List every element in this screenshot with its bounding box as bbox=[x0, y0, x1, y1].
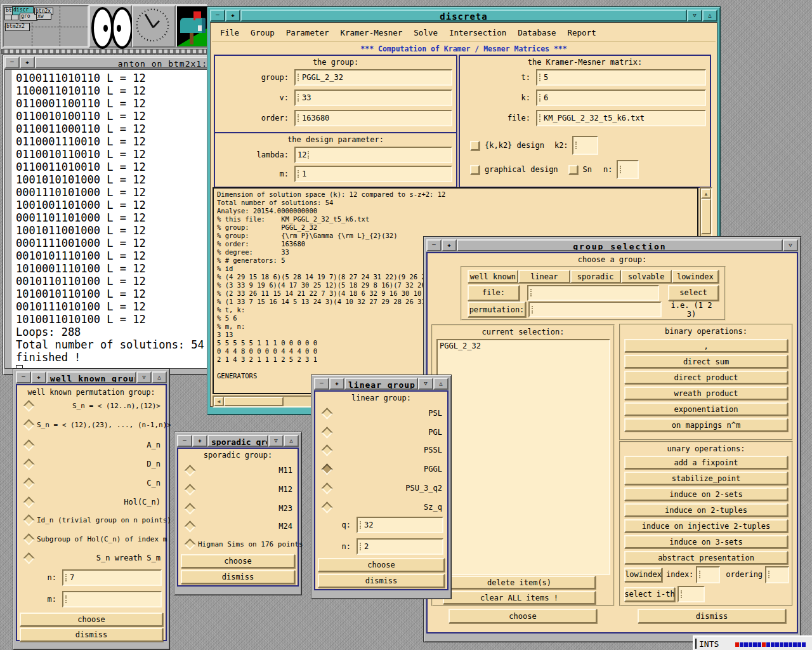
pager-mini-window[interactable] bbox=[11, 15, 18, 20]
radio-pgl[interactable] bbox=[321, 427, 332, 438]
index-input[interactable] bbox=[696, 566, 720, 583]
dismiss-button[interactable]: dismiss bbox=[318, 574, 445, 588]
minimize-icon[interactable]: ─ bbox=[426, 239, 442, 251]
dismiss-button[interactable]: dismiss bbox=[181, 570, 295, 584]
radio-pssl[interactable] bbox=[321, 444, 332, 456]
wreath-product-button[interactable]: wreath product bbox=[624, 387, 788, 400]
dismiss-button[interactable]: dismiss bbox=[20, 628, 163, 642]
induce-2-sets-button[interactable]: induce on 2-sets bbox=[624, 488, 788, 501]
radio-subgroup-hol[interactable] bbox=[23, 533, 34, 545]
radio-an[interactable] bbox=[23, 439, 34, 451]
k2-input[interactable] bbox=[572, 136, 598, 155]
linear-button[interactable]: linear bbox=[518, 270, 570, 283]
radio-cn[interactable] bbox=[23, 477, 34, 489]
ordering-input[interactable] bbox=[765, 566, 789, 583]
dismiss-button[interactable]: dismiss bbox=[638, 609, 786, 623]
select-ith-button[interactable]: select i-th bbox=[624, 587, 675, 602]
radio-dn[interactable] bbox=[23, 458, 34, 470]
on-mappings-button[interactable]: on mappings n^m bbox=[624, 418, 788, 432]
clear-all-items-button[interactable]: clear ALL items ! bbox=[443, 591, 596, 604]
choose-button[interactable]: choose bbox=[20, 613, 163, 627]
menu-file[interactable]: File bbox=[220, 28, 239, 37]
menu-parameter[interactable]: Parameter bbox=[286, 28, 329, 37]
window-menu-icon[interactable]: ✚ bbox=[225, 10, 240, 22]
file-input[interactable]: KM_PGGL_2_32_t5_k6.txt bbox=[536, 110, 706, 126]
choose-button[interactable]: choose bbox=[181, 554, 295, 568]
shade-down-icon[interactable]: ▽ bbox=[418, 378, 433, 390]
radio-psl[interactable] bbox=[321, 408, 332, 419]
group-selection-titlebar[interactable]: ─ ✚ group selection ▽ bbox=[426, 239, 798, 251]
window-menu-icon[interactable]: ✚ bbox=[192, 435, 207, 447]
terminal-titlebar[interactable]: ─ ✚ anton on btm2x1: bbox=[4, 56, 211, 69]
shade-up-icon[interactable]: △ bbox=[433, 378, 449, 390]
well-known-button[interactable]: well known bbox=[468, 270, 518, 283]
pager-widget[interactable]: btm discr gro btn2x xw btm2x2 bbox=[3, 5, 89, 48]
stabilize-point-button[interactable]: stabilize_point bbox=[624, 472, 788, 485]
abstract-presentation-button[interactable]: abstract presentation bbox=[624, 551, 788, 564]
shade-down-icon[interactable]: ▽ bbox=[783, 239, 798, 251]
pager-mini-window[interactable]: btm2x2 bbox=[5, 23, 30, 31]
delete-items-button[interactable]: delete item(s) bbox=[443, 576, 596, 589]
menu-report[interactable]: Report bbox=[568, 28, 596, 37]
minimize-icon[interactable]: ─ bbox=[314, 378, 329, 390]
induce-injective-2-tuples-button[interactable]: induce on injective 2-tuples bbox=[624, 519, 788, 533]
terminal-scrollbar[interactable] bbox=[5, 70, 11, 368]
induce-3-sets-button[interactable]: induce on 3-sets bbox=[624, 535, 788, 548]
shade-down-icon[interactable]: ▽ bbox=[136, 371, 152, 383]
window-menu-icon[interactable]: ✚ bbox=[442, 239, 457, 251]
select-button[interactable]: select bbox=[668, 285, 719, 301]
window-menu-icon[interactable]: ✚ bbox=[31, 371, 46, 383]
sn-checkbox[interactable] bbox=[568, 165, 578, 175]
window-menu-icon[interactable]: ✚ bbox=[20, 56, 35, 69]
discreta-titlebar[interactable]: ─ ✚ discreta ▽ △ bbox=[210, 10, 717, 22]
menu-kramer-mesner[interactable]: Kramer-Mesner bbox=[340, 28, 402, 37]
menu-group[interactable]: Group bbox=[251, 28, 275, 37]
lambda-input[interactable]: 12 bbox=[294, 147, 452, 163]
add-fixpoint-button[interactable]: add a fixpoint bbox=[624, 456, 788, 469]
comma-button[interactable]: , bbox=[624, 339, 788, 352]
radio-szq[interactable] bbox=[321, 501, 332, 513]
radio-higman-sims[interactable] bbox=[184, 538, 195, 550]
current-selection-listbox[interactable]: PGGL_2_32 bbox=[436, 339, 610, 575]
k-input[interactable]: 6 bbox=[536, 90, 706, 106]
select-ith-input[interactable] bbox=[678, 586, 705, 602]
minimize-icon[interactable]: ─ bbox=[177, 435, 192, 447]
window-menu-icon[interactable]: ✚ bbox=[329, 378, 344, 390]
graphical-design-checkbox[interactable] bbox=[470, 165, 480, 175]
radio-pggl-selected[interactable] bbox=[321, 463, 332, 475]
choose-button[interactable]: choose bbox=[449, 609, 597, 623]
v-input[interactable]: 33 bbox=[294, 90, 452, 106]
group-input[interactable]: PGGL_2_32 bbox=[294, 69, 452, 86]
direct-sum-button[interactable]: direct sum bbox=[624, 355, 788, 368]
direct-product-button[interactable]: direct product bbox=[624, 371, 788, 384]
minimize-icon[interactable]: ─ bbox=[4, 56, 20, 69]
order-input[interactable]: 163680 bbox=[294, 110, 452, 126]
minimize-icon[interactable]: ─ bbox=[16, 371, 31, 383]
file-path-input[interactable] bbox=[527, 285, 659, 301]
lowindex-op-button[interactable]: lowindex bbox=[624, 567, 662, 582]
shade-up-icon[interactable]: △ bbox=[284, 435, 299, 447]
minimize-icon[interactable]: ─ bbox=[210, 10, 225, 22]
n-input[interactable]: 7 bbox=[62, 569, 162, 586]
horizontal-scroll-thumb[interactable] bbox=[224, 397, 284, 406]
n-input[interactable]: 2 bbox=[357, 538, 443, 555]
scroll-up-icon[interactable]: ▲ bbox=[701, 189, 711, 199]
well-known-titlebar[interactable]: ─ ✚ well known group ▽ △ bbox=[16, 371, 167, 383]
menu-intersection[interactable]: Intersection bbox=[449, 28, 506, 37]
radio-m24[interactable] bbox=[184, 521, 195, 532]
exponentiation-button[interactable]: exponentiation bbox=[624, 402, 788, 416]
radio-hol-cn[interactable] bbox=[23, 496, 34, 508]
m-input[interactable]: 1 bbox=[294, 166, 452, 182]
shade-down-icon[interactable]: ▽ bbox=[268, 435, 284, 447]
solvable-button[interactable]: solvable bbox=[621, 270, 672, 283]
t-input[interactable]: 5 bbox=[536, 69, 706, 86]
radio-psu3q2[interactable] bbox=[321, 482, 332, 494]
shade-up-icon[interactable]: △ bbox=[702, 10, 717, 22]
m-input[interactable] bbox=[62, 591, 162, 607]
radio-m12[interactable] bbox=[184, 484, 195, 495]
file-button[interactable]: file: bbox=[468, 285, 520, 301]
radio-m23[interactable] bbox=[184, 503, 195, 514]
choose-button[interactable]: choose bbox=[318, 558, 445, 572]
linear-titlebar[interactable]: ─ ✚ linear group ▽ △ bbox=[314, 378, 449, 390]
radio-sn-cyclic[interactable] bbox=[23, 400, 34, 411]
